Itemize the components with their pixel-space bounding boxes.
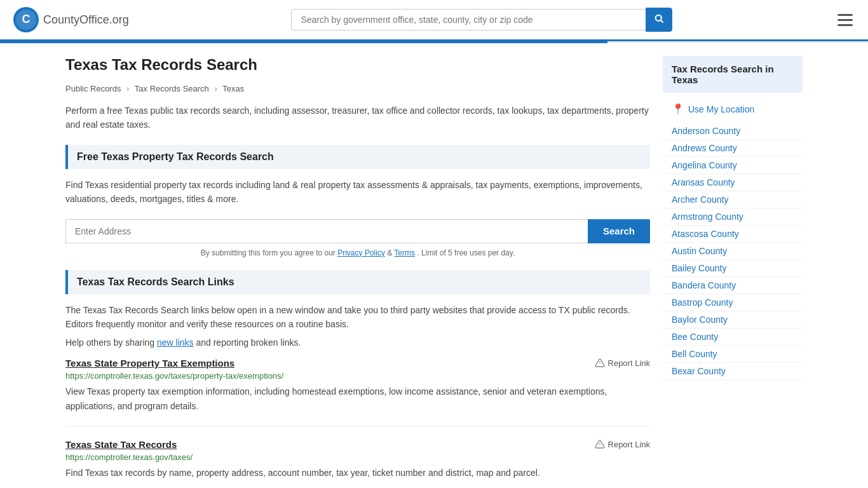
county-list-item: Andrews County [663, 140, 803, 157]
county-list-item: Armstrong County [663, 208, 803, 226]
logo-area: C CountyOffice.org [13, 6, 129, 33]
county-list-item: Baylor County [663, 311, 803, 329]
county-list-item: Bee County [663, 329, 803, 346]
county-list-item: Bexar County [663, 363, 803, 380]
county-list-item: Archer County [663, 191, 803, 208]
report-link-label-1: Report Link [608, 358, 650, 368]
logo-icon: C [13, 6, 39, 33]
terms-link[interactable]: Terms [394, 248, 415, 257]
main-container: Texas Tax Records Search Public Records … [53, 43, 815, 488]
report-link-icon-1 [595, 358, 605, 368]
privacy-policy-link[interactable]: Privacy Policy [337, 248, 385, 257]
disclaimer-ampersand: & [387, 248, 394, 257]
property-search-button[interactable]: Search [588, 219, 650, 243]
county-list-item: Angelina County [663, 157, 803, 174]
property-section-header: Free Texas Property Tax Records Search [65, 145, 650, 169]
form-disclaimer: By submitting this form you agree to our… [65, 248, 650, 257]
county-link-6[interactable]: Atascosa County [672, 229, 794, 239]
svg-line-4 [661, 20, 663, 23]
main-content: Texas Tax Records Search Public Records … [65, 56, 650, 488]
link-item-2-header: Texas State Tax Records Report Link [65, 439, 650, 450]
sidebar-header: Tax Records Search in Texas [663, 56, 803, 93]
link-item-2: Texas State Tax Records Report Link http… [65, 439, 650, 488]
county-list-item: Bailey County [663, 260, 803, 277]
county-link-10[interactable]: Bastrop County [672, 297, 794, 308]
links-section: Texas Tax Records Search Links The Texas… [65, 270, 650, 488]
report-link-icon-2 [595, 439, 605, 449]
county-list-item: Atascosa County [663, 226, 803, 243]
address-form: Search [65, 219, 650, 243]
breadcrumb-texas[interactable]: Texas [222, 84, 244, 93]
county-list-item: Bell County [663, 346, 803, 363]
help-text: Help others by sharing new links and rep… [65, 337, 650, 348]
new-links-link[interactable]: new links [157, 337, 194, 348]
link-item-2-url: https://comptroller.texas.gov/taxes/ [65, 452, 650, 462]
county-link-12[interactable]: Bee County [672, 332, 794, 342]
svg-point-3 [656, 15, 661, 21]
county-link-7[interactable]: Austin County [672, 246, 794, 256]
county-list-item: Bandera County [663, 277, 803, 294]
county-link-14[interactable]: Bexar County [672, 366, 794, 376]
breadcrumb: Public Records › Tax Records Search › Te… [65, 84, 650, 93]
hamburger-menu-button[interactable] [835, 11, 855, 29]
sidebar: Tax Records Search in Texas 📍 Use My Loc… [663, 56, 803, 488]
help-suffix: and reporting broken links. [196, 337, 301, 348]
county-list: Anderson CountyAndrews CountyAngelina Co… [663, 123, 803, 380]
logo-text: CountyOffice.org [43, 13, 129, 27]
page-title: Texas Tax Records Search [65, 56, 650, 74]
breadcrumb-public-records[interactable]: Public Records [65, 84, 121, 93]
county-link-0[interactable]: Anderson County [672, 126, 794, 136]
address-input[interactable] [65, 219, 588, 243]
county-link-1[interactable]: Andrews County [672, 143, 794, 153]
link-item-2-desc: Find Texas tax records by name, property… [65, 466, 650, 480]
link-item-1-title[interactable]: Texas State Property Tax Exemptions [65, 358, 234, 369]
report-link-label-2: Report Link [608, 440, 650, 449]
hamburger-line-3 [837, 24, 853, 26]
links-section-header: Texas Tax Records Search Links [65, 270, 650, 294]
county-list-item: Aransas County [663, 174, 803, 191]
breadcrumb-sep-2: › [214, 84, 217, 93]
report-link-button-2[interactable]: Report Link [595, 439, 650, 449]
breadcrumb-tax-records-search[interactable]: Tax Records Search [135, 84, 209, 93]
search-icon [654, 13, 664, 24]
report-link-button-1[interactable]: Report Link [595, 358, 650, 368]
link-item-2-title[interactable]: Texas State Tax Records [65, 439, 177, 450]
hamburger-line-2 [837, 19, 853, 21]
page-description: Perform a free Texas public tax records … [65, 104, 650, 132]
property-description: Find Texas residential property tax reco… [65, 178, 650, 207]
county-link-8[interactable]: Bailey County [672, 263, 794, 273]
link-item-1-desc: View Texas property tax exemption inform… [65, 384, 650, 413]
disclaimer-suffix: . Limit of 5 free uses per day. [417, 248, 515, 257]
link-item-1-header: Texas State Property Tax Exemptions Repo… [65, 358, 650, 369]
links-description: The Texas Tax Records Search links below… [65, 303, 650, 332]
header-search-button[interactable] [646, 8, 672, 32]
county-link-4[interactable]: Archer County [672, 194, 794, 205]
use-location-label: Use My Location [688, 104, 754, 114]
link-item-1-url: https://comptroller.texas.gov/taxes/prop… [65, 371, 650, 381]
breadcrumb-sep-1: › [126, 84, 129, 93]
header-search-area [291, 8, 672, 32]
county-list-item: Anderson County [663, 123, 803, 140]
county-link-5[interactable]: Armstrong County [672, 212, 794, 222]
site-header: C CountyOffice.org [0, 0, 868, 41]
svg-text:C: C [22, 13, 31, 25]
disclaimer-prefix: By submitting this form you agree to our [201, 248, 337, 257]
property-search-section: Free Texas Property Tax Records Search F… [65, 145, 650, 257]
county-link-9[interactable]: Bandera County [672, 280, 794, 290]
use-location-button[interactable]: 📍 Use My Location [663, 99, 803, 119]
county-link-11[interactable]: Baylor County [672, 315, 794, 325]
hamburger-line-1 [837, 14, 853, 16]
county-link-2[interactable]: Angelina County [672, 160, 794, 170]
county-list-item: Austin County [663, 243, 803, 260]
help-prefix: Help others by sharing [65, 337, 157, 348]
link-item-1: Texas State Property Tax Exemptions Repo… [65, 358, 650, 426]
county-link-13[interactable]: Bell County [672, 349, 794, 359]
pin-icon: 📍 [672, 103, 684, 115]
county-list-item: Bastrop County [663, 294, 803, 311]
county-link-3[interactable]: Aransas County [672, 177, 794, 187]
header-search-input[interactable] [291, 9, 646, 30]
